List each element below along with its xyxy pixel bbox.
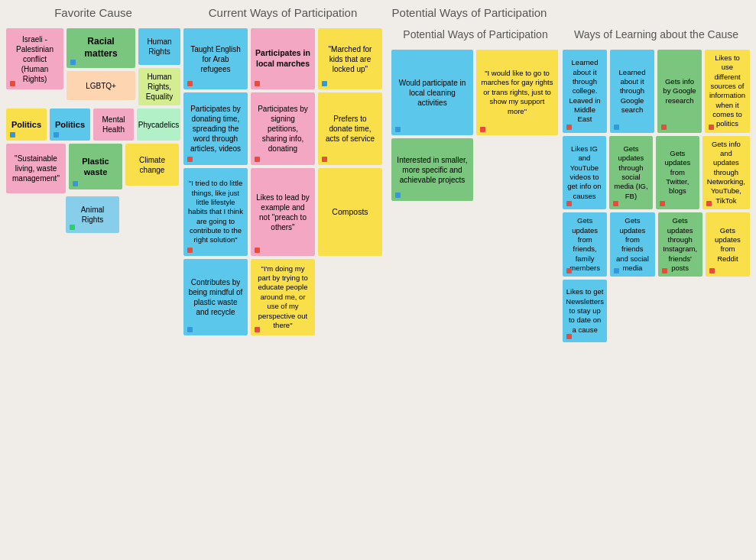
sticky-instagram-friends-posts: Gets updates through Instagram, friends'… <box>658 212 702 277</box>
sticky-newsletters: Likes to get Newsletters to stay up to d… <box>563 280 607 342</box>
sticky-learned-college: Learned about it through college. Leaved… <box>563 50 607 133</box>
sticky-google-research: Gets info by Google research <box>657 50 702 133</box>
sticky-taught-english: Taught English for Arab refugees <box>183 28 248 89</box>
sticky-politics-2: Politics <box>50 108 90 141</box>
sticky-racial-matters: Racial matters <box>67 28 135 68</box>
sticky-twitter-blogs: Gets updates from Twitter, blogs <box>656 136 699 209</box>
potential-ways-section: Would participate in local cleaning acti… <box>391 50 560 342</box>
sticky-gay-rights-marches: "I would like to go to marches for gay r… <box>476 50 558 135</box>
sticky-lead-by-example: Likes to lead by example and not "preach… <box>251 168 315 256</box>
sticky-networking-youtube-tiktok: Gets info and updates through Networking… <box>702 136 750 209</box>
sticky-marched-kids: "Marched for kids that are locked up" <box>318 28 382 89</box>
sticky-educate-people: "I'm doing my part by trying to educate … <box>251 259 315 335</box>
sticky-ig-youtube: Likes IG and YouTube videos to get info … <box>563 136 606 209</box>
sticky-human-rights: Human Rights <box>138 28 180 65</box>
sticky-mental-health: Mental Health <box>93 108 134 141</box>
sticky-plastic-waste: Plastic waste <box>69 144 122 189</box>
sticky-learned-google: Learned about it through Google search <box>610 50 654 133</box>
current-ways-section: Taught English for Arab refugees Partici… <box>183 28 388 342</box>
sticky-friends-social-media: Gets updates from friends and social med… <box>610 212 654 277</box>
section-title-favorite-cause: Favorite Cause <box>6 6 180 19</box>
sticky-smaller-projects: Interested in smaller, more specific and… <box>391 138 473 201</box>
sticky-phycadelics: Phycadelics <box>137 108 180 141</box>
section-title-potential-ways: Potential Ways of Participation <box>391 28 560 40</box>
sticky-politics-1: Politics <box>6 108 47 141</box>
section-title-potential-ways: Potential Ways of Participation <box>385 6 553 19</box>
sticky-climate-change: Climate change <box>125 144 179 186</box>
sticky-sustainable-living: "Sustainable living, waste management" <box>6 144 66 193</box>
sticky-reddit: Gets updates from Reddit <box>706 212 750 277</box>
sticky-donating-time: Participates by donating time, spreading… <box>183 92 248 165</box>
sticky-signing-petitions: Participates by signing petitions, shari… <box>251 92 315 165</box>
section-title-current-ways: Current Ways of Participation <box>180 6 385 19</box>
section-title-ways-learning: Ways of Learning about the Cause <box>563 28 750 40</box>
sticky-social-media-ig-fb: Gets updates through social media (IG, F… <box>609 136 653 209</box>
sticky-local-cleaning: Would participate in local cleaning acti… <box>391 50 473 135</box>
sticky-lifestyle-habits: "I tried to do little things, like just … <box>183 168 248 256</box>
sticky-different-sources: Likes to use different sources of inform… <box>705 50 750 133</box>
sticky-composts: Composts <box>318 168 382 256</box>
sticky-friends-family: Gets updates from friends, family member… <box>563 212 607 277</box>
favorite-cause-section: Israeli - Palestinian conflict (Human Ri… <box>6 28 180 342</box>
sticky-israeli-conflict: Israeli - Palestinian conflict (Human Ri… <box>6 28 63 89</box>
sticky-lgbtq: LGBTQ+ <box>67 71 135 100</box>
sticky-donate-time: Prefers to donate time, acts of service <box>318 92 382 165</box>
sticky-local-marches: Participates in local marches <box>251 28 315 89</box>
sticky-plastic-mindful: Contributes by being mindful of plastic … <box>183 259 248 335</box>
sticky-human-rights-equality: Human Rights, Equality <box>138 68 180 105</box>
sticky-animal-rights: Animal Rights <box>66 196 119 233</box>
ways-learning-section: Learned about it through college. Leaved… <box>563 50 750 342</box>
